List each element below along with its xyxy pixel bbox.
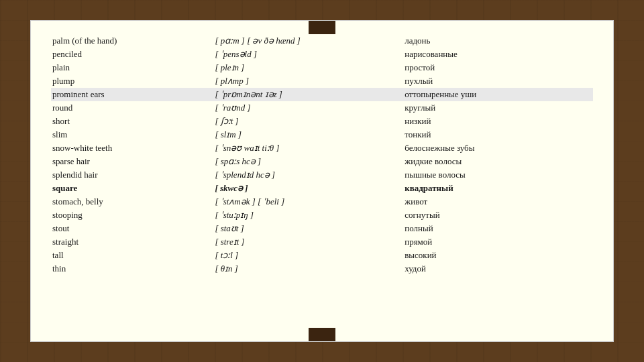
phonetic-transcription: [ ˈsplendɪd hcə ] <box>213 168 403 182</box>
english-word: palm (of the hand) <box>51 34 213 48</box>
russian-translation: простой <box>403 61 593 74</box>
table-row: plain[ pleɪn ]простой <box>51 61 593 74</box>
table-row: penciled[ ˈpensəld ]нарисованные <box>51 48 593 61</box>
table-row: palm (of the hand)[ pɑːm ] [ əv ðə hænd … <box>51 34 593 48</box>
phonetic-transcription: [ ˈsnəʊ waɪt tiːθ ] <box>213 141 403 155</box>
phonetic-transcription: [ streɪt ] <box>213 235 403 249</box>
table-row: stout[ staʊt ]полный <box>51 222 593 235</box>
russian-translation: худой <box>403 262 593 276</box>
russian-translation: пухлый <box>403 74 593 88</box>
table-row: straight[ streɪt ]прямой <box>51 235 593 249</box>
english-word: straight <box>51 235 213 249</box>
english-word: square <box>51 182 213 195</box>
russian-translation: прямой <box>403 235 593 249</box>
english-word: snow-white teeth <box>51 141 213 155</box>
english-word: plain <box>51 61 213 74</box>
russian-translation: низкий <box>403 115 593 128</box>
russian-translation: ладонь <box>403 34 593 48</box>
russian-translation: жидкие волосы <box>403 155 593 168</box>
table-row: stooping[ ˈstuːpɪŋ ]согнутый <box>51 208 593 222</box>
russian-translation: круглый <box>403 101 593 115</box>
phonetic-transcription: [ ˈstʌmək ] [ ˈbeli ] <box>213 195 403 208</box>
russian-translation: квадратный <box>403 182 593 195</box>
phonetic-transcription: [ slɪm ] <box>213 128 403 141</box>
russian-translation: высокий <box>403 249 593 262</box>
english-word: tall <box>51 249 213 262</box>
phonetic-transcription: [ plʌmp ] <box>213 74 403 88</box>
vocabulary-table: palm (of the hand)[ pɑːm ] [ əv ðə hænd … <box>51 34 593 276</box>
russian-translation: живот <box>403 195 593 208</box>
vocabulary-card: palm (of the hand)[ pɑːm ] [ əv ðə hænd … <box>30 20 614 342</box>
phonetic-transcription: [ tɔːl ] <box>213 249 403 262</box>
english-word: slim <box>51 128 213 141</box>
russian-translation: нарисованные <box>403 48 593 61</box>
russian-translation: белоснежные зубы <box>403 141 593 155</box>
english-word: sparse hair <box>51 155 213 168</box>
russian-translation: тонкий <box>403 128 593 141</box>
english-word: short <box>51 115 213 128</box>
phonetic-transcription: [ ˈprɒmɪnənt ɪəz ] <box>213 88 403 101</box>
russian-translation: пышные волосы <box>403 168 593 182</box>
phonetic-transcription: [ pɑːm ] [ əv ðə hænd ] <box>213 34 403 48</box>
table-row: splendid hair[ ˈsplendɪd hcə ]пышные вол… <box>51 168 593 182</box>
phonetic-transcription: [ θɪn ] <box>213 262 403 276</box>
table-row: stomach, belly[ ˈstʌmək ] [ ˈbeli ]живот <box>51 195 593 208</box>
table-row: slim[ slɪm ]тонкий <box>51 128 593 141</box>
english-word: thin <box>51 262 213 276</box>
phonetic-transcription: [ ˈpensəld ] <box>213 48 403 61</box>
english-word: penciled <box>51 48 213 61</box>
english-word: stomach, belly <box>51 195 213 208</box>
english-word: plump <box>51 74 213 88</box>
phonetic-transcription: [ spɑːs hcə ] <box>213 155 403 168</box>
english-word: round <box>51 101 213 115</box>
table-row: prominent ears[ ˈprɒmɪnənt ɪəz ]оттопыре… <box>51 88 593 101</box>
phonetic-transcription: [ ʃɔːt ] <box>213 115 403 128</box>
table-row: tall[ tɔːl ]высокий <box>51 249 593 262</box>
phonetic-transcription: [ pleɪn ] <box>213 61 403 74</box>
phonetic-transcription: [ staʊt ] <box>213 222 403 235</box>
table-row: square[ skwcə ]квадратный <box>51 182 593 195</box>
english-word: stooping <box>51 208 213 222</box>
russian-translation: согнутый <box>403 208 593 222</box>
phonetic-transcription: [ ˈstuːpɪŋ ] <box>213 208 403 222</box>
table-row: short[ ʃɔːt ]низкий <box>51 115 593 128</box>
table-row: sparse hair[ spɑːs hcə ]жидкие волосы <box>51 155 593 168</box>
english-word: prominent ears <box>51 88 213 101</box>
table-row: thin[ θɪn ]худой <box>51 262 593 276</box>
phonetic-transcription: [ ˈraʊnd ] <box>213 101 403 115</box>
table-row: plump[ plʌmp ]пухлый <box>51 74 593 88</box>
english-word: splendid hair <box>51 168 213 182</box>
phonetic-transcription: [ skwcə ] <box>213 182 403 195</box>
table-row: round[ ˈraʊnd ]круглый <box>51 101 593 115</box>
russian-translation: оттопыренные уши <box>403 88 593 101</box>
english-word: stout <box>51 222 213 235</box>
table-row: snow-white teeth[ ˈsnəʊ waɪt tiːθ ]белос… <box>51 141 593 155</box>
russian-translation: полный <box>403 222 593 235</box>
